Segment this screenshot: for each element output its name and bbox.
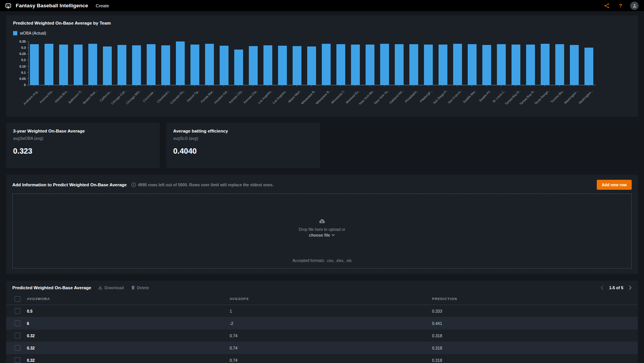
delete-button[interactable]: Delete bbox=[131, 285, 149, 290]
x-tick-label: Florida Mar.. bbox=[200, 89, 215, 104]
bar bbox=[395, 44, 404, 85]
chevron-down-icon bbox=[331, 234, 335, 236]
bar bbox=[584, 48, 593, 85]
table-row[interactable]: 0.320.740.318 bbox=[6, 354, 638, 363]
bar bbox=[453, 44, 462, 85]
stat-card-subtitle: avg3wOBA (avg) bbox=[13, 136, 153, 141]
bar bbox=[103, 46, 112, 85]
bar bbox=[293, 46, 301, 85]
x-tick-label: Baltimore O.. bbox=[68, 89, 83, 104]
add-new-row-button[interactable]: Add new row bbox=[597, 180, 632, 190]
bar bbox=[409, 44, 418, 85]
x-tick-label: New York Ya.. bbox=[374, 89, 389, 105]
column-header: AVG3WOBA bbox=[27, 297, 230, 301]
stat-card-title: 3-year Weighted On-Base Average bbox=[13, 129, 153, 133]
row-checkbox[interactable] bbox=[15, 357, 20, 363]
bar bbox=[307, 46, 316, 85]
row-checkbox[interactable] bbox=[15, 320, 20, 326]
x-tick-label: Tampa Bay D.. bbox=[504, 89, 521, 106]
bar bbox=[234, 50, 243, 85]
row-checkbox[interactable] bbox=[15, 345, 20, 351]
help-icon[interactable]: ? bbox=[616, 3, 626, 8]
table-cell: 6 bbox=[27, 321, 230, 326]
x-tick-label: California .. bbox=[99, 89, 112, 103]
x-tick-label: Minnesota T.. bbox=[330, 89, 346, 104]
x-tick-label: New York Me.. bbox=[359, 89, 375, 106]
bar bbox=[366, 45, 374, 85]
bar bbox=[482, 45, 491, 85]
bar bbox=[30, 44, 39, 85]
bar bbox=[322, 44, 331, 85]
user-avatar[interactable] bbox=[629, 2, 639, 10]
x-tick-label: Kansas City.. bbox=[228, 89, 243, 104]
x-tick-label: Philadelphi.. bbox=[404, 89, 419, 103]
bar bbox=[176, 41, 185, 85]
x-tick-label: Atlanta Bra.. bbox=[54, 89, 68, 103]
bar bbox=[249, 46, 258, 85]
avatar-person-icon bbox=[630, 2, 639, 10]
legend-label: wOBA (Actual) bbox=[20, 31, 46, 35]
x-tick-label: Milwaukee B.. bbox=[301, 89, 317, 105]
table-cell: 0.74 bbox=[230, 346, 432, 350]
tab-create[interactable]: Create bbox=[96, 3, 109, 8]
bar bbox=[263, 45, 272, 85]
page-prev-icon[interactable] bbox=[601, 285, 604, 290]
row-checkbox[interactable] bbox=[15, 308, 20, 314]
y-tick-label: 0.15 bbox=[19, 65, 28, 68]
table-row[interactable]: 6-20.441 bbox=[6, 317, 638, 330]
share-icon[interactable] bbox=[602, 3, 612, 8]
y-tick-label: 0.25 bbox=[19, 52, 28, 56]
table-row[interactable]: 0.320.740.318 bbox=[6, 330, 638, 342]
chart-bars bbox=[28, 41, 596, 85]
legend-item-woba[interactable]: wOBA (Actual) bbox=[13, 31, 46, 35]
table-cell: 0.32 bbox=[27, 333, 230, 338]
bar bbox=[497, 44, 506, 85]
bar bbox=[59, 45, 68, 85]
x-tick-label: Houston Ast.. bbox=[214, 89, 229, 104]
table-row[interactable]: 0.320.740.318 bbox=[6, 342, 638, 354]
bar bbox=[161, 45, 170, 85]
bar bbox=[45, 44, 53, 85]
x-tick-label: Los Angeles.. bbox=[257, 89, 273, 104]
rows-limit-note: 4995 rows left out of 5000. Rows over li… bbox=[131, 182, 274, 187]
page-next-icon[interactable] bbox=[629, 285, 632, 290]
bar bbox=[190, 45, 199, 85]
bar-chart: 0.350.30.250.20.150.10.050 Anaheim Ang..… bbox=[13, 41, 631, 113]
x-tick-label: Seattle Mar.. bbox=[462, 89, 477, 104]
bar bbox=[220, 46, 228, 85]
download-button[interactable]: Download bbox=[98, 285, 124, 290]
bar bbox=[132, 45, 141, 85]
table-cell: 0.32 bbox=[27, 358, 230, 363]
y-tick-label: 0 bbox=[24, 83, 28, 87]
table-row[interactable]: 0.510.333 bbox=[6, 305, 638, 317]
app-title: Fantasy Baseball Intelligence bbox=[16, 3, 88, 8]
table-cell: 0.441 bbox=[432, 321, 638, 326]
stat-card-subtitle: avgSLG (avg) bbox=[173, 136, 313, 141]
pagination-range: 1-5 of 5 bbox=[609, 285, 623, 290]
row-checkbox[interactable] bbox=[15, 333, 20, 338]
accepted-formats: Accepted formats: .csv, .xlsx, .xls bbox=[13, 258, 631, 263]
x-tick-label: Toronto Blu.. bbox=[550, 89, 565, 104]
stat-card-title: Average batting efficiency bbox=[173, 129, 313, 133]
table-body: 0.510.3336-20.4410.320.740.3180.320.740.… bbox=[6, 305, 638, 363]
x-tick-label: Arizona Dia.. bbox=[39, 89, 54, 104]
bar bbox=[468, 44, 477, 85]
table-cell: 0.333 bbox=[432, 309, 638, 313]
select-all-checkbox[interactable] bbox=[15, 296, 20, 302]
bar bbox=[512, 45, 520, 85]
file-dropzone[interactable]: Drop file here to upload or choose file … bbox=[12, 194, 632, 269]
x-tick-label: San Diego P.. bbox=[432, 89, 448, 105]
stat-card-avgslg: Average batting efficiency avgSLG (avg) … bbox=[166, 123, 320, 168]
info-icon bbox=[131, 182, 136, 187]
bar bbox=[88, 44, 97, 85]
x-tick-label: St. Louis C.. bbox=[492, 89, 506, 103]
choose-file-button[interactable]: choose file bbox=[309, 233, 335, 237]
y-tick-label: 0.1 bbox=[21, 71, 28, 75]
table-cell: 0.74 bbox=[230, 358, 432, 363]
bar bbox=[351, 45, 360, 85]
x-tick-label: Miami Marl.. bbox=[288, 89, 302, 103]
bar bbox=[205, 44, 214, 85]
bar bbox=[336, 44, 345, 85]
table-cell: 0.32 bbox=[27, 346, 230, 350]
stat-card-value: 0.4040 bbox=[173, 147, 313, 156]
